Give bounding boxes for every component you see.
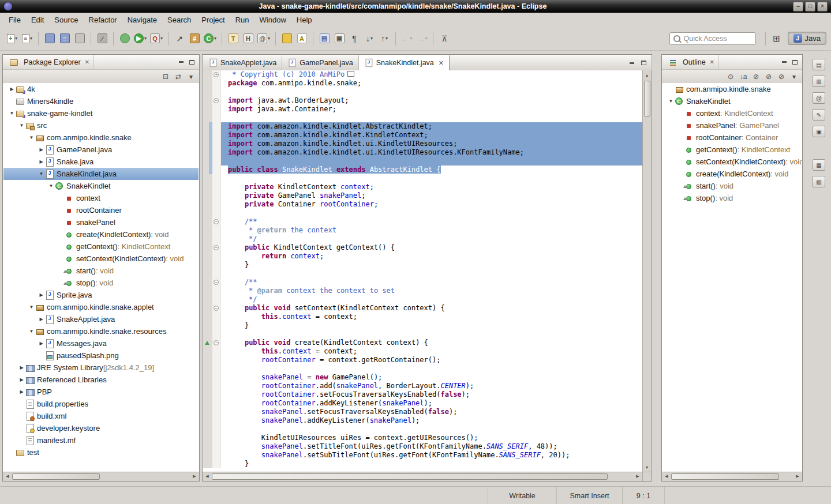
search-button[interactable] <box>279 31 294 46</box>
close-icon[interactable]: ✕ <box>710 59 714 65</box>
code-line[interactable]: rootContainer.addKeyListener(snakePanel)… <box>203 399 642 408</box>
minimize-view-button[interactable] <box>779 58 789 67</box>
tree-item[interactable]: snakePanel : GamePanel <box>662 119 802 131</box>
code-line[interactable]: public class SnakeKindlet extends Abstra… <box>203 166 642 174</box>
code-line[interactable]: snakePanel.setTitleFont(uiRes.getFont(KF… <box>203 442 642 451</box>
package-explorer-hscrollbar[interactable]: ◀ ▶ <box>3 472 199 481</box>
outline-hscrollbar[interactable]: ◀ ▶ <box>662 472 802 481</box>
open-type-button[interactable]: T <box>226 31 241 46</box>
minimize-view-button[interactable] <box>176 58 186 67</box>
open-element-button[interactable]: ↗ <box>172 31 187 46</box>
link-with-editor-button[interactable]: ⇄ <box>173 71 184 82</box>
focus-button[interactable]: ⊙ <box>725 71 736 82</box>
hide-static-members-button[interactable]: ⊘ <box>763 71 774 82</box>
code-line[interactable]: KindletUIResources uiRes = context.getUI… <box>203 434 642 442</box>
code-line[interactable]: −import java.awt.BorderLayout; <box>203 96 642 105</box>
tree-item[interactable]: com.anmipo.kindle.snake <box>662 83 802 95</box>
new-wizard-button[interactable]: +▾ <box>5 31 20 46</box>
build-button[interactable]: ∕ <box>95 31 110 46</box>
menu-item-project[interactable]: Project <box>196 14 230 26</box>
scrollbar-thumb[interactable] <box>671 473 779 480</box>
maximize-view-button[interactable] <box>789 58 800 67</box>
sort-button[interactable]: ↓a <box>738 71 749 82</box>
new-class-button[interactable]: C▾ <box>202 31 218 46</box>
collapse-region-icon[interactable]: − <box>214 280 219 285</box>
menu-item-help[interactable]: Help <box>291 14 317 26</box>
tree-collapsed-icon[interactable]: ▶ <box>38 292 45 298</box>
tree-expanded-icon[interactable]: ▼ <box>28 329 35 334</box>
annotations-menu-button[interactable]: @▾ <box>256 31 272 46</box>
new-package-button[interactable]: # <box>187 31 202 46</box>
package-explorer-tab[interactable]: Package Explorer ✕ <box>5 55 94 69</box>
code-line[interactable]: } <box>203 261 642 269</box>
tree-expanded-icon[interactable]: ▼ <box>28 135 35 140</box>
tree-item[interactable]: setContext(KindletContext) : void <box>662 156 802 168</box>
tree-item[interactable]: ▼com.anmipo.kindle.snake.applet <box>3 301 199 313</box>
code-line[interactable]: − public KindletContext getContext() { <box>203 243 642 252</box>
tree-item[interactable]: ▼SnakeKindlet.java <box>3 168 199 180</box>
fast-view-button[interactable]: ▣ <box>813 126 825 137</box>
menu-item-refactor[interactable]: Refactor <box>84 14 122 26</box>
fast-view-button[interactable]: ▥ <box>813 76 825 87</box>
code-line[interactable]: * @param context the context to set <box>203 287 642 295</box>
tree-item[interactable]: build.properties <box>3 398 199 410</box>
code-line[interactable]: snakePanel.addKeyListener(snakePanel); <box>203 416 642 425</box>
code-line[interactable]: import com.amazon.kindle.kindlet.Abstrac… <box>203 122 642 131</box>
tree-item[interactable]: ▶SnakeApplet.java <box>3 313 199 325</box>
editor-hscrollbar[interactable]: ◀ ▶ <box>203 472 642 481</box>
tree-item[interactable]: ▼com.anmipo.kindle.snake <box>3 131 199 144</box>
code-line[interactable]: */ <box>203 235 642 243</box>
code-line[interactable] <box>203 209 642 217</box>
fast-view-button[interactable]: ▤ <box>813 59 825 70</box>
hide-non-public-button[interactable]: ⊘ <box>776 71 787 82</box>
tree-item[interactable]: snakePanel <box>3 216 199 228</box>
new-java-element-button[interactable]: ≡▾ <box>20 31 35 46</box>
editor-vscrollbar[interactable]: ▲ ▼ <box>642 70 652 472</box>
tree-item[interactable]: context <box>3 192 199 204</box>
code-line[interactable]: import com.amazon.kindle.kindlet.ui.Kind… <box>203 140 642 148</box>
scroll-left-icon[interactable]: ◀ <box>662 472 671 480</box>
view-menu-button[interactable]: ▾ <box>185 71 197 82</box>
tree-collapsed-icon[interactable]: ▶ <box>8 86 16 92</box>
code-line[interactable]: } <box>203 321 642 330</box>
tree-item[interactable]: ▶JRE System Library [j2sdk1.4.2_19] <box>3 362 199 374</box>
code-line[interactable]: private KindletContext context; <box>203 183 642 191</box>
tree-item[interactable]: stop() : void <box>662 192 802 204</box>
save-all-button[interactable]: ≡ <box>57 31 72 46</box>
editor-tab[interactable]: GamePanel.java <box>282 55 358 70</box>
code-line[interactable]: snakePanel.setFocusTraversalKeysEnabled(… <box>203 408 642 416</box>
tree-item[interactable]: ▼SnakeKindlet <box>3 180 199 192</box>
tree-expanded-icon[interactable]: ▼ <box>38 171 45 176</box>
code-line[interactable]: snakePanel.setSubTitleFont(uiRes.getFont… <box>203 451 642 460</box>
scroll-right-icon[interactable]: ▶ <box>190 472 199 480</box>
tree-item[interactable]: ▶Messages.java <box>3 337 199 349</box>
editor-tab[interactable]: SnakeApplet.java <box>203 55 282 70</box>
next-annotation-button[interactable]: ↓▾ <box>362 31 377 46</box>
tree-item[interactable]: ▼src <box>3 119 199 131</box>
tree-item[interactable]: ▶4k <box>3 83 199 95</box>
tree-item[interactable]: build.xml <box>3 410 199 422</box>
collapse-region-icon[interactable]: − <box>214 340 219 345</box>
tree-item[interactable]: ▶Sprite.java <box>3 289 199 301</box>
run-button[interactable]: ▶▾ <box>132 31 148 46</box>
code-line[interactable]: package com.anmipo.kindle.snake; <box>203 79 642 88</box>
scroll-left-icon[interactable]: ◀ <box>203 472 211 480</box>
scrollbar-thumb[interactable] <box>212 473 608 480</box>
code-line[interactable]: } <box>203 460 642 468</box>
view-menu-button[interactable]: ▾ <box>788 71 800 82</box>
tree-item[interactable]: context : KindletContext <box>662 107 802 119</box>
tree-item[interactable]: getContext() : KindletContext <box>662 144 802 156</box>
scroll-right-icon[interactable]: ▶ <box>634 472 642 480</box>
outline-tab[interactable]: Outline ✕ <box>664 55 719 69</box>
code-line[interactable]: import com.amazon.kindle.kindlet.ui.Kind… <box>203 148 642 157</box>
show-whitespace-button[interactable]: ¶ <box>347 31 362 46</box>
scroll-left-icon[interactable]: ◀ <box>3 472 12 480</box>
maximize-button[interactable]: □ <box>805 2 815 12</box>
fast-view-button[interactable]: @ <box>813 92 825 104</box>
quick-access-input[interactable]: Quick Access <box>669 32 756 45</box>
scrollbar-thumb[interactable] <box>644 81 650 116</box>
code-line[interactable]: − public void setContext(KindletContext … <box>203 304 642 313</box>
tree-collapsed-icon[interactable]: ▶ <box>18 377 25 382</box>
tree-item[interactable]: create(KindletContext) : void <box>3 228 199 240</box>
tree-item[interactable]: ▶PBP <box>3 386 199 398</box>
